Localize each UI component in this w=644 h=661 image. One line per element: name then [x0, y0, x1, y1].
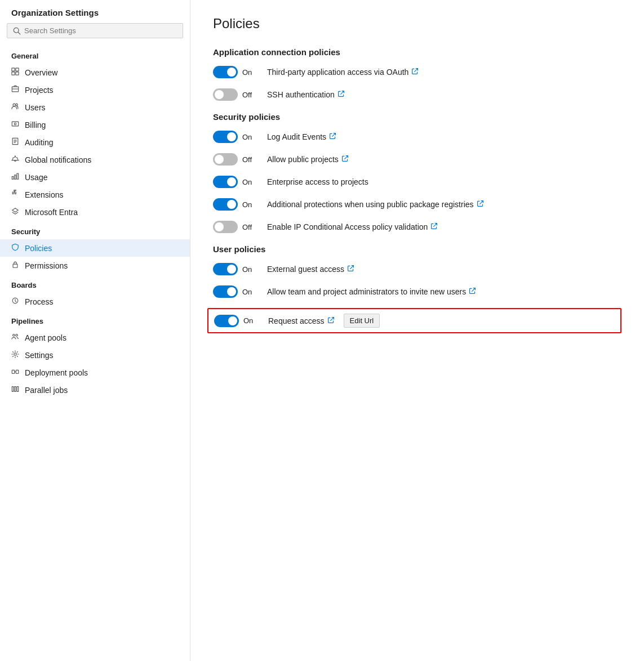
svg-rect-15	[12, 176, 14, 179]
section-header-general: General	[0, 45, 190, 64]
toggle-label-log-audit: On	[242, 133, 255, 141]
sidebar-item-agent-pools[interactable]: Agent pools	[0, 329, 190, 346]
policy-row-external-guest: On External guest access	[213, 263, 621, 275]
policy-row-public-projects: Off Allow public projects	[213, 153, 621, 166]
ssh-link-icon[interactable]	[337, 90, 345, 99]
ip-conditional-link-icon[interactable]	[430, 222, 438, 231]
invite-users-link-icon[interactable]	[469, 287, 476, 296]
toggle-label-ip-conditional: Off	[242, 223, 255, 231]
sidebar-item-global-notifications[interactable]: Global notifications	[0, 151, 190, 168]
section-title-security: Security policies	[213, 112, 621, 122]
sidebar-item-parallel-jobs[interactable]: Parallel jobs	[0, 381, 190, 399]
main-content: Policies Application connection policies…	[190, 0, 644, 661]
notifications-icon	[11, 155, 19, 164]
sidebar-item-overview[interactable]: Overview	[0, 64, 190, 81]
toggle-log-audit[interactable]	[213, 131, 238, 143]
section-header-security: Security	[0, 221, 190, 239]
sidebar-item-usage[interactable]: Usage	[0, 168, 190, 186]
toggle-public-pkg[interactable]	[213, 198, 238, 211]
external-guest-link-icon[interactable]	[347, 265, 354, 274]
log-audit-link-icon[interactable]	[329, 132, 336, 141]
toggle-container-invite-users: On	[213, 285, 258, 298]
sidebar-item-billing[interactable]: Billing	[0, 116, 190, 133]
public-projects-link-icon[interactable]	[341, 155, 349, 164]
policy-text-oauth: Third-party application access via OAuth	[267, 68, 419, 77]
section-title-app-connection: Application connection policies	[213, 47, 621, 57]
sidebar-item-permissions-label: Permissions	[25, 261, 68, 270]
request-access-link-icon[interactable]	[327, 316, 335, 325]
toggle-request-access[interactable]	[214, 315, 239, 327]
toggle-label-request-access: On	[243, 316, 256, 325]
toggle-label-public-pkg: On	[242, 200, 255, 209]
sidebar-item-deployment-pools[interactable]: Deployment pools	[0, 364, 190, 381]
public-pkg-link-icon[interactable]	[477, 200, 484, 209]
sidebar-item-extensions[interactable]: Extensions	[0, 186, 190, 203]
svg-rect-24	[16, 370, 18, 373]
toggle-enterprise-access[interactable]	[213, 176, 238, 188]
section-header-pipelines: Pipelines	[0, 310, 190, 329]
sidebar-item-overview-label: Overview	[25, 68, 57, 77]
policy-text-request-access: Request access	[268, 316, 335, 325]
auditing-icon	[11, 137, 19, 147]
agent-pools-icon	[11, 333, 19, 342]
policy-row-invite-users: On Allow team and project administrators…	[213, 285, 621, 298]
svg-rect-2	[12, 68, 15, 71]
sidebar-item-process[interactable]: Process	[0, 293, 190, 310]
sidebar-item-projects[interactable]: Projects	[0, 81, 190, 99]
sidebar-item-permissions[interactable]: Permissions	[0, 257, 190, 274]
toggle-label-public-projects: Off	[242, 155, 255, 164]
toggle-oauth[interactable]	[213, 66, 238, 78]
policy-text-external-guest: External guest access	[267, 265, 354, 274]
svg-rect-18	[13, 264, 17, 267]
sidebar-item-billing-label: Billing	[25, 120, 46, 129]
search-box[interactable]	[7, 23, 183, 38]
projects-icon	[11, 85, 19, 95]
deployment-pools-icon	[11, 368, 19, 377]
toggle-label-oauth: On	[242, 68, 255, 77]
parallel-jobs-icon	[11, 385, 19, 395]
svg-rect-25	[12, 387, 14, 392]
sidebar-item-users[interactable]: Users	[0, 99, 190, 116]
toggle-ip-conditional[interactable]	[213, 221, 238, 233]
sidebar-item-auditing[interactable]: Auditing	[0, 133, 190, 151]
sidebar-item-projects-label: Projects	[25, 86, 54, 95]
sidebar-item-extensions-label: Extensions	[25, 190, 63, 199]
toggle-container-ssh: Off	[213, 88, 258, 101]
sidebar-item-settings[interactable]: Settings	[0, 346, 190, 364]
sidebar-item-microsoft-entra[interactable]: Microsoft Entra	[0, 203, 190, 221]
svg-rect-27	[17, 387, 19, 392]
search-input[interactable]	[24, 26, 177, 35]
toggle-external-guest[interactable]	[213, 263, 238, 275]
svg-point-8	[16, 104, 18, 106]
sidebar-item-usage-label: Usage	[25, 173, 47, 182]
toggle-invite-users[interactable]	[213, 285, 238, 298]
policy-row-public-pkg: On Additional protections when using pub…	[213, 198, 621, 211]
process-icon	[11, 297, 19, 306]
policy-row-ip-conditional: Off Enable IP Conditional Access policy …	[213, 221, 621, 233]
toggle-container-ip-conditional: Off	[213, 221, 258, 233]
policy-text-public-pkg: Additional protections when using public…	[267, 200, 484, 209]
policies-icon	[11, 243, 19, 253]
toggle-public-projects[interactable]	[213, 153, 238, 166]
edit-url-button[interactable]: Edit Url	[344, 314, 380, 328]
policy-row-enterprise-access: On Enterprise access to projects	[213, 176, 621, 188]
oauth-link-icon[interactable]	[411, 68, 419, 77]
overview-icon	[11, 68, 19, 77]
usage-icon	[11, 172, 19, 182]
billing-icon	[11, 120, 19, 129]
toggle-ssh[interactable]	[213, 88, 238, 101]
sidebar-item-deployment-pools-label: Deployment pools	[25, 368, 88, 377]
sidebar: Organization Settings General Overview P…	[0, 0, 190, 661]
svg-point-22	[14, 353, 16, 355]
sidebar-item-microsoft-entra-label: Microsoft Entra	[25, 208, 78, 217]
sidebar-item-policies[interactable]: Policies	[0, 239, 190, 257]
svg-rect-16	[15, 175, 16, 179]
sidebar-item-auditing-label: Auditing	[25, 138, 54, 147]
toggle-label-ssh: Off	[242, 91, 255, 99]
toggle-container-public-pkg: On	[213, 198, 258, 211]
section-header-boards: Boards	[0, 274, 190, 293]
extensions-icon	[11, 190, 19, 199]
policy-row-ssh: Off SSH authentication	[213, 88, 621, 101]
settings-icon	[11, 350, 19, 360]
section-title-user: User policies	[213, 244, 621, 254]
